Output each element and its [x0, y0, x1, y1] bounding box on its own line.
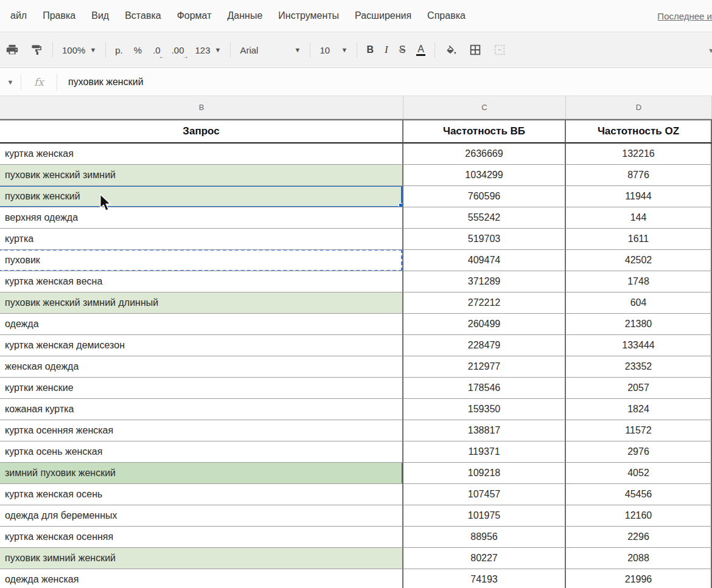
column-header-d[interactable]: D — [566, 96, 712, 119]
menu-view[interactable]: Вид — [83, 7, 117, 25]
frequency-wb-cell[interactable]: 88956 — [403, 527, 566, 548]
query-cell[interactable]: куртка — [0, 229, 403, 250]
table-row: куртка женская осенняя889562296 — [0, 527, 712, 548]
query-cell[interactable]: куртка женская демисезон — [0, 335, 403, 356]
frequency-oz-cell[interactable]: 21996 — [566, 569, 712, 588]
query-cell[interactable]: одежда женская — [0, 569, 403, 588]
frequency-wb-cell[interactable]: 228479 — [403, 335, 566, 356]
frequency-wb-cell[interactable]: 159350 — [403, 399, 566, 420]
menu-format[interactable]: Формат — [169, 7, 220, 25]
query-cell[interactable]: пуховик женский зимний — [0, 165, 403, 186]
menu-edit[interactable]: Правка — [35, 7, 83, 25]
increase-decimals-button[interactable]: .00 → — [166, 40, 190, 60]
frequency-wb-cell[interactable]: 119371 — [403, 441, 566, 463]
frequency-wb-cell[interactable]: 138817 — [403, 420, 566, 441]
frequency-oz-cell[interactable]: 144 — [566, 207, 712, 229]
query-cell[interactable]: куртки женские — [0, 378, 403, 399]
strikethrough-button[interactable]: S — [394, 40, 411, 60]
frequency-oz-cell[interactable]: 132216 — [566, 144, 712, 165]
frequency-oz-cell[interactable]: 1748 — [566, 271, 712, 292]
frequency-wb-cell[interactable]: 260499 — [403, 314, 566, 335]
frequency-wb-cell[interactable]: 178546 — [403, 378, 566, 399]
frequency-wb-cell[interactable]: 212977 — [403, 356, 566, 378]
query-cell[interactable]: пуховик — [0, 250, 403, 271]
italic-button[interactable]: I — [379, 40, 394, 60]
query-cell[interactable]: куртка осенняя женская — [0, 420, 403, 441]
query-cell[interactable]: женская одежда — [0, 356, 403, 378]
formula-input[interactable]: пуховик женский — [57, 77, 712, 88]
frequency-wb-cell[interactable]: 74193 — [403, 569, 566, 588]
query-cell[interactable]: пуховик женский — [0, 186, 403, 207]
frequency-oz-cell[interactable]: 1611 — [566, 229, 712, 250]
menu-help[interactable]: Справка — [419, 7, 473, 25]
paint-format-button[interactable] — [24, 40, 49, 60]
percent-format-button[interactable]: % — [128, 40, 147, 60]
print-button[interactable] — [0, 40, 24, 60]
frequency-wb-cell[interactable]: 80227 — [403, 548, 566, 569]
decrease-decimals-button[interactable]: .0 ← — [147, 40, 166, 60]
bold-button[interactable]: B — [361, 40, 379, 60]
query-cell[interactable]: куртка осень женская — [0, 441, 403, 463]
header-frequency-oz[interactable]: Частотность OZ — [566, 119, 712, 144]
number-format-button[interactable]: 123 ▼ — [190, 40, 227, 60]
frequency-oz-cell[interactable]: 42502 — [566, 250, 712, 271]
borders-button[interactable] — [463, 40, 487, 60]
frequency-oz-cell[interactable]: 21380 — [566, 314, 712, 335]
text-color-button[interactable]: A — [411, 40, 431, 60]
menu-extensions[interactable]: Расширения — [347, 7, 419, 25]
fill-color-button[interactable] — [439, 40, 463, 60]
header-query[interactable]: Запрос — [0, 119, 403, 144]
frequency-oz-cell[interactable]: 4052 — [566, 463, 712, 484]
menu-file[interactable]: айл — [2, 7, 35, 25]
query-cell[interactable]: одежда для беременных — [0, 505, 403, 527]
frequency-oz-cell[interactable]: 11944 — [566, 186, 712, 207]
frequency-oz-cell[interactable]: 23352 — [566, 356, 712, 378]
frequency-oz-cell[interactable]: 2976 — [566, 441, 712, 463]
frequency-oz-cell[interactable]: 8776 — [566, 165, 712, 186]
query-cell[interactable]: верхняя одежда — [0, 207, 403, 229]
menu-tools[interactable]: Инструменты — [270, 7, 347, 25]
menu-data[interactable]: Данные — [219, 7, 270, 25]
query-cell[interactable]: пуховик женский зимний длинный — [0, 292, 403, 314]
frequency-wb-cell[interactable]: 409474 — [403, 250, 566, 271]
merge-cells-button[interactable] — [487, 40, 512, 60]
query-cell[interactable]: зимний пуховик женский — [0, 463, 403, 484]
query-cell[interactable]: одежда — [0, 314, 403, 335]
frequency-wb-cell[interactable]: 760596 — [403, 186, 566, 207]
query-cell[interactable]: куртка женская весна — [0, 271, 403, 292]
frequency-wb-cell[interactable]: 109218 — [403, 463, 566, 484]
column-header-b[interactable]: B — [0, 96, 403, 119]
frequency-oz-cell[interactable]: 12160 — [566, 505, 712, 527]
frequency-wb-cell[interactable]: 1034299 — [403, 165, 566, 186]
frequency-oz-cell[interactable]: 11572 — [566, 420, 712, 441]
query-cell[interactable]: куртка женская — [0, 144, 403, 165]
name-box-chevron-icon[interactable]: ▼ — [0, 78, 21, 86]
font-size-select[interactable]: 10 ▼ — [314, 40, 353, 60]
frequency-oz-cell[interactable]: 2057 — [566, 378, 712, 399]
query-cell[interactable]: куртка женская осенняя — [0, 527, 403, 548]
last-edit-link[interactable]: Последнее и — [649, 7, 712, 25]
header-frequency-wb[interactable]: Частотность ВБ — [403, 119, 566, 144]
frequency-oz-cell[interactable]: 1824 — [566, 399, 712, 420]
chevron-down-icon: ▼ — [295, 46, 301, 54]
frequency-oz-cell[interactable]: 2296 — [566, 527, 712, 548]
query-cell[interactable]: куртка женская осень — [0, 484, 403, 505]
frequency-wb-cell[interactable]: 371289 — [403, 271, 566, 292]
frequency-wb-cell[interactable]: 101975 — [403, 505, 566, 527]
frequency-oz-cell[interactable]: 2088 — [566, 548, 712, 569]
column-header-c[interactable]: C — [403, 96, 566, 119]
currency-format-button[interactable]: р. — [110, 40, 128, 60]
frequency-oz-cell[interactable]: 604 — [566, 292, 712, 314]
frequency-wb-cell[interactable]: 519703 — [403, 229, 566, 250]
menu-insert[interactable]: Вставка — [117, 7, 169, 25]
zoom-select[interactable]: 100% ▼ — [57, 40, 102, 60]
frequency-wb-cell[interactable]: 107457 — [403, 484, 566, 505]
font-family-select[interactable]: Arial ▼ — [234, 40, 306, 60]
frequency-oz-cell[interactable]: 133444 — [566, 335, 712, 356]
frequency-wb-cell[interactable]: 555242 — [403, 207, 566, 229]
frequency-wb-cell[interactable]: 272212 — [403, 292, 566, 314]
query-cell[interactable]: кожаная куртка — [0, 399, 403, 420]
frequency-wb-cell[interactable]: 2636669 — [403, 144, 566, 165]
query-cell[interactable]: пуховик зимний женский — [0, 548, 403, 569]
frequency-oz-cell[interactable]: 45456 — [566, 484, 712, 505]
